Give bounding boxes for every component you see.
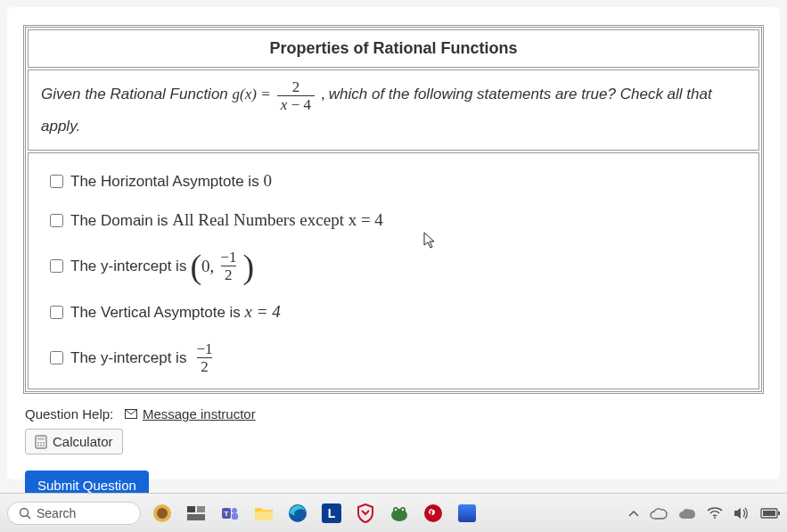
option-1-text: The Horizontal Asymptote is	[70, 173, 263, 190]
option-1: The Horizontal Asymptote is 0	[50, 171, 746, 191]
table-header: Properties of Rational Functions	[28, 29, 759, 68]
svg-rect-15	[187, 514, 205, 520]
option-1-label: The Horizontal Asymptote is 0	[70, 171, 272, 191]
tray-chevron-up-icon[interactable]	[628, 510, 639, 517]
taskbar-explorer-icon[interactable]	[251, 501, 276, 526]
svg-point-25	[395, 508, 397, 510]
svg-line-10	[28, 515, 31, 519]
taskbar-edge-icon[interactable]	[285, 501, 310, 526]
question-prompt: Given the Rational Function g(x) = 2 x −…	[28, 70, 759, 151]
question-table: Properties of Rational Functions Given t…	[23, 25, 764, 394]
calculator-label: Calculator	[53, 434, 113, 449]
search-icon	[19, 507, 31, 520]
option-3-label: The y-intercept is ( 0 , −1 2 )	[70, 250, 254, 282]
option-4: The Vertical Asymptote is x = 4	[50, 302, 746, 322]
svg-rect-13	[187, 506, 195, 512]
search-placeholder: Search	[37, 506, 76, 520]
svg-rect-30	[778, 512, 780, 515]
option-3: The y-intercept is ( 0 , −1 2 )	[50, 250, 746, 282]
options-cell: The Horizontal Asymptote is 0 The Domain…	[28, 152, 759, 389]
tray-onedrive-icon[interactable]	[650, 507, 668, 520]
svg-point-8	[43, 445, 45, 446]
prompt-text-pre: Given the Rational Function	[41, 86, 233, 102]
envelope-icon	[125, 409, 137, 419]
svg-point-9	[20, 508, 29, 516]
frac-num: 2	[289, 79, 304, 95]
point-comma: ,	[210, 257, 215, 276]
taskbar-store-icon[interactable]	[455, 501, 480, 526]
fn-lhs: g(x) =	[233, 86, 275, 102]
svg-rect-14	[197, 506, 205, 512]
den-const: 4	[304, 96, 312, 113]
help-label: Question Help:	[25, 406, 113, 422]
svg-point-3	[37, 442, 39, 444]
taskbar-taskview-icon[interactable]	[184, 501, 209, 526]
system-tray	[628, 506, 780, 520]
svg-rect-18	[232, 513, 238, 520]
svg-point-4	[40, 442, 42, 444]
option-2: The Domain is All Real Numbers except x …	[50, 210, 746, 230]
py-den: 2	[221, 266, 236, 282]
calculator-button[interactable]: Calculator	[25, 429, 123, 454]
option-5: The y-intercept is −1 2	[50, 341, 746, 374]
function-definition: g(x) = 2 x − 4 ,	[233, 86, 329, 102]
taskbar-app-l-icon[interactable]: L	[319, 501, 344, 526]
option-3-point: ( 0 , −1 2 )	[190, 250, 254, 282]
point-y-frac: −1 2	[217, 250, 240, 282]
tray-volume-icon[interactable]	[734, 506, 750, 520]
taskbar-app-1-icon[interactable]	[150, 501, 175, 526]
option-4-label: The Vertical Asymptote is x = 4	[70, 302, 281, 322]
py-num: −1	[217, 250, 240, 266]
svg-point-6	[37, 445, 39, 446]
o5-den: 2	[197, 357, 212, 374]
svg-rect-20	[255, 512, 273, 520]
option-3-checkbox[interactable]	[50, 259, 63, 273]
option-1-checkbox[interactable]	[50, 175, 63, 188]
taskbar: Search T L	[0, 493, 787, 532]
question-help-row: Question Help: Message instructor	[25, 406, 764, 422]
option-5-label: The y-intercept is −1 2	[70, 341, 218, 374]
taskbar-app-frog-icon[interactable]	[387, 501, 412, 526]
svg-rect-2	[37, 438, 45, 440]
den-op: −	[287, 96, 303, 113]
option-2-math: All Real Numbers except x = 4	[172, 210, 383, 229]
option-4-checkbox[interactable]	[50, 306, 63, 319]
tray-wifi-icon[interactable]	[707, 507, 723, 520]
point-x: 0	[201, 257, 210, 276]
option-4-text: The Vertical Asymptote is	[70, 304, 245, 321]
svg-point-17	[232, 508, 237, 513]
o5-num: −1	[193, 341, 216, 357]
svg-point-5	[43, 442, 45, 444]
frac-den: x − 4	[277, 95, 315, 112]
option-3-text: The y-intercept is	[70, 258, 186, 275]
svg-rect-31	[763, 511, 775, 516]
option-5-checkbox[interactable]	[50, 351, 63, 364]
prompt-comma: ,	[321, 86, 324, 102]
question-panel: Properties of Rational Functions Given t…	[7, 7, 780, 479]
option-2-pre: The Domain is	[70, 212, 172, 229]
option-2-label: The Domain is All Real Numbers except x …	[70, 210, 383, 230]
svg-point-12	[157, 508, 168, 519]
taskbar-teams-icon[interactable]: T	[217, 501, 242, 526]
message-instructor-link[interactable]: Message instructor	[143, 406, 256, 422]
calculator-icon	[35, 435, 47, 449]
fn-fraction: 2 x − 4	[277, 79, 315, 112]
taskbar-search[interactable]: Search	[7, 502, 141, 525]
svg-text:T: T	[225, 510, 229, 518]
tray-cloud-icon[interactable]	[678, 507, 696, 520]
taskbar-pinterest-icon[interactable]	[421, 501, 446, 526]
tray-battery-icon[interactable]	[760, 508, 780, 519]
option-1-value: 0	[263, 171, 272, 190]
option-2-checkbox[interactable]	[50, 214, 63, 227]
svg-point-28	[714, 517, 716, 519]
svg-point-7	[40, 445, 42, 446]
option-4-value: x = 4	[245, 302, 281, 321]
option-5-text: The y-intercept is	[70, 349, 186, 367]
option-5-frac: −1 2	[193, 341, 216, 374]
taskbar-mcafee-icon[interactable]	[353, 501, 378, 526]
svg-point-26	[402, 508, 404, 510]
